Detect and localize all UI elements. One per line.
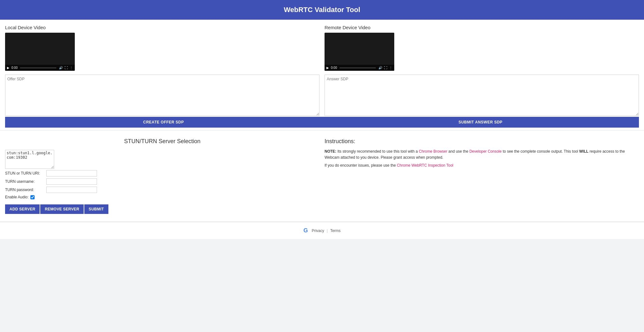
remote-volume-icon[interactable]: 🔊 — [378, 66, 382, 70]
terms-link[interactable]: Terms — [330, 229, 341, 233]
local-video-player: ▶ 0:00 🔊 ⛶ ⋮ — [5, 33, 75, 71]
stun-uri-row: STUN or TURN URI: — [5, 170, 319, 176]
turn-username-row: TURN username: — [5, 178, 319, 185]
video-section: Local Device Video ▶ 0:00 🔊 ⛶ ⋮ Remote D… — [0, 20, 644, 71]
dev-console-link[interactable]: Developer Console — [469, 149, 502, 154]
remote-video-player: ▶ 0:00 🔊 ⛶ ⋮ — [325, 33, 394, 71]
local-video-progress — [20, 68, 56, 68]
enable-audio-row: Enable Audio: — [5, 195, 319, 199]
turn-username-label: TURN username: — [5, 179, 46, 184]
enable-audio-checkbox[interactable] — [30, 195, 35, 199]
local-play-button[interactable]: ▶ — [7, 66, 10, 70]
stun-uri-input[interactable] — [46, 170, 97, 176]
local-volume-icon[interactable]: 🔊 — [59, 66, 63, 70]
remote-video-time: 0:00 — [331, 66, 337, 70]
instructions-column: Instructions: NOTE: Its strongly recomme… — [325, 138, 639, 214]
action-buttons: ADD SERVER REMOVE SERVER SUBMIT — [5, 204, 319, 214]
footer-links: G Privacy | Terms — [5, 227, 639, 234]
footer-separator: | — [327, 229, 328, 233]
offer-sdp-textarea[interactable] — [5, 75, 319, 116]
sdp-section — [0, 71, 644, 117]
instructions-body: NOTE: Its strongly recommended to use th… — [325, 149, 639, 169]
remote-play-button[interactable]: ▶ — [326, 66, 329, 70]
server-list-textarea[interactable]: stun:stun1.l.google.com:19302 — [5, 150, 54, 169]
note-bold: NOTE: — [325, 149, 336, 154]
submit-answer-sdp-button[interactable]: SUBMIT ANSWER SDP — [322, 117, 639, 128]
local-fullscreen-icon[interactable]: ⛶ — [65, 66, 68, 70]
instructions-paragraph-1: NOTE: Its strongly recommended to use th… — [325, 149, 639, 161]
remote-video-column: Remote Device Video ▶ 0:00 🔊 ⛶ ⋮ — [325, 25, 639, 71]
turn-password-label: TURN password: — [5, 188, 46, 192]
footer: G Privacy | Terms — [0, 222, 644, 239]
main-content: Local Device Video ▶ 0:00 🔊 ⛶ ⋮ Remote D… — [0, 20, 644, 239]
local-video-label: Local Device Video — [5, 25, 319, 30]
stun-title: STUN/TURN Server Selection — [5, 138, 319, 145]
chrome-browser-link[interactable]: Chrome Browser — [419, 149, 447, 154]
local-video-column: Local Device Video ▶ 0:00 🔊 ⛶ ⋮ — [5, 25, 319, 71]
page-header: WebRTC Validator Tool — [0, 0, 644, 20]
remote-more-icon[interactable]: ⋮ — [389, 66, 392, 70]
note-text-1: Its strongly recommended to use this too… — [336, 149, 419, 154]
submit-button[interactable]: SUBMIT — [84, 204, 108, 214]
local-video-controls: ▶ 0:00 🔊 ⛶ ⋮ — [5, 65, 75, 71]
add-server-button[interactable]: ADD SERVER — [5, 204, 40, 214]
note-text-3: to see the complete console output. This… — [502, 149, 579, 154]
instructions-paragraph-2: If you do encounter issues, please use t… — [325, 163, 639, 169]
remote-video-progress — [339, 68, 376, 68]
sdp-button-row: CREATE OFFER SDP SUBMIT ANSWER SDP — [5, 117, 639, 128]
will-bold: WILL — [579, 149, 589, 154]
remote-fullscreen-icon[interactable]: ⛶ — [384, 66, 387, 70]
turn-username-input[interactable] — [46, 178, 97, 185]
local-more-icon[interactable]: ⋮ — [70, 66, 73, 70]
remote-video-label: Remote Device Video — [325, 25, 639, 30]
issue-text: If you do encounter issues, please use t… — [325, 163, 397, 168]
stun-uri-label: STUN or TURN URI: — [5, 171, 46, 176]
google-logo: G — [303, 227, 308, 234]
local-video-time: 0:00 — [11, 66, 17, 70]
remote-video-controls: ▶ 0:00 🔊 ⛶ ⋮ — [325, 65, 394, 71]
instructions-title: Instructions: — [325, 138, 639, 145]
answer-sdp-textarea[interactable] — [325, 75, 639, 116]
answer-sdp-column — [325, 75, 639, 117]
webrtc-tool-link[interactable]: Chrome WebRTC Inspection Tool — [397, 163, 453, 168]
note-text-2: and use the — [448, 149, 469, 154]
enable-audio-label: Enable Audio: — [5, 195, 29, 199]
create-offer-sdp-button[interactable]: CREATE OFFER SDP — [5, 117, 322, 128]
turn-password-row: TURN password: — [5, 187, 319, 193]
remove-server-button[interactable]: REMOVE SERVER — [40, 204, 83, 214]
turn-password-input[interactable] — [46, 187, 97, 193]
page-title: WebRTC Validator Tool — [284, 6, 360, 14]
stun-column: STUN/TURN Server Selection stun:stun1.l.… — [5, 138, 319, 214]
bottom-section: STUN/TURN Server Selection stun:stun1.l.… — [0, 130, 644, 222]
offer-sdp-column — [5, 75, 319, 117]
privacy-link[interactable]: Privacy — [312, 229, 324, 233]
